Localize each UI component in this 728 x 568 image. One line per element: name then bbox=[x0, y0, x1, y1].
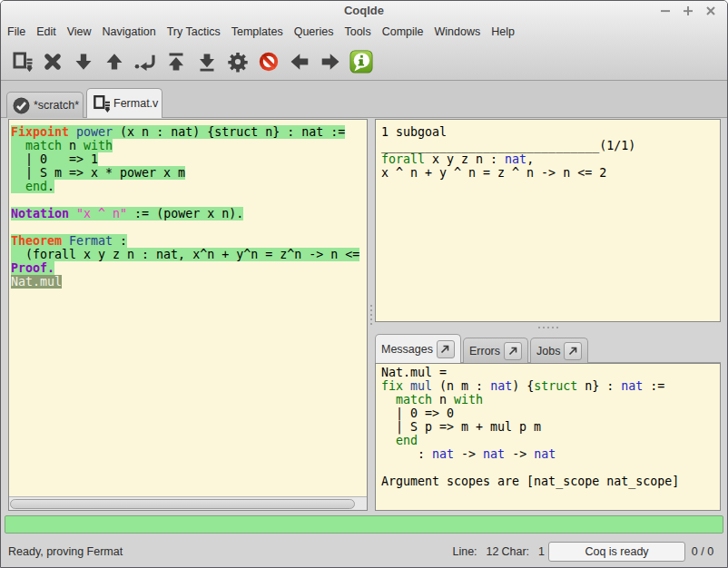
titlebar[interactable]: CoqIde bbox=[1, 1, 727, 20]
messages-pane[interactable]: Nat.mul =fix mul (n m : nat) {struct n} … bbox=[375, 363, 721, 511]
menu-compile[interactable]: Compile bbox=[377, 22, 429, 42]
tab-errors[interactable]: Errors bbox=[463, 338, 528, 363]
menu-edit[interactable]: Edit bbox=[31, 22, 62, 42]
menu-templates[interactable]: Templates bbox=[226, 22, 289, 42]
minimize-button[interactable] bbox=[658, 4, 673, 18]
menu-view[interactable]: View bbox=[62, 22, 97, 42]
code-line: : nat -> nat -> nat bbox=[381, 447, 720, 461]
code-token: match bbox=[396, 393, 432, 406]
code-token: . bbox=[47, 180, 54, 193]
check-circle-icon bbox=[13, 97, 30, 114]
tab-messages[interactable]: Messages bbox=[375, 334, 461, 363]
code-line: Nat.mul = bbox=[381, 366, 720, 379]
progress-bar bbox=[5, 515, 723, 534]
code-token: nat bbox=[490, 379, 512, 393]
code-token bbox=[62, 234, 69, 248]
code-token: with bbox=[84, 139, 113, 152]
code-token bbox=[381, 393, 396, 406]
code-token: | S m => x * power x m bbox=[11, 166, 185, 180]
coq-state-indicator: Coq is ready bbox=[548, 542, 685, 562]
code-line: Notation "x ^ n" := (power x n). bbox=[11, 207, 367, 220]
code-line bbox=[381, 461, 720, 475]
detach-button[interactable] bbox=[564, 342, 582, 360]
tab-label: Fermat.v bbox=[113, 97, 158, 110]
step-forward-icon bbox=[73, 51, 94, 73]
menu-help[interactable]: Help bbox=[486, 22, 520, 42]
code-token: end bbox=[25, 180, 47, 193]
save-icon bbox=[11, 51, 33, 73]
grip-dot bbox=[552, 327, 554, 328]
about-button[interactable] bbox=[346, 46, 377, 77]
about-icon bbox=[349, 50, 373, 73]
restart-button[interactable] bbox=[161, 46, 192, 77]
code-line bbox=[11, 220, 367, 234]
next-button[interactable] bbox=[315, 46, 346, 77]
grip-dot bbox=[556, 327, 558, 328]
code-token: n} : bbox=[577, 379, 621, 393]
previous-button[interactable] bbox=[284, 46, 315, 77]
step-backward-button[interactable] bbox=[99, 46, 130, 77]
code-token bbox=[69, 207, 76, 220]
toolbar bbox=[1, 44, 727, 80]
code-token: (forall x y z n : nat, x^n + y^n = z^n -… bbox=[11, 248, 359, 261]
interrupt-button[interactable] bbox=[253, 46, 284, 77]
menu-tools[interactable]: Tools bbox=[339, 22, 376, 42]
code-token: Argument scopes are [nat_scope nat_scope… bbox=[381, 475, 679, 488]
grip-dot bbox=[370, 318, 372, 320]
code-token: match bbox=[25, 139, 62, 152]
code-token: with bbox=[454, 393, 483, 406]
gear-icon bbox=[227, 51, 249, 73]
code-token: Notation bbox=[11, 207, 69, 220]
grip-dot bbox=[370, 323, 372, 325]
maximize-button[interactable] bbox=[681, 4, 695, 18]
code-line: | S p => m + mul p m bbox=[381, 420, 720, 434]
code-token: , bbox=[526, 152, 534, 166]
horizontal-scrollbar[interactable] bbox=[9, 496, 367, 510]
close-button[interactable] bbox=[703, 4, 718, 18]
code-token: : bbox=[381, 447, 432, 461]
code-token: fix bbox=[381, 379, 403, 393]
code-token: (n m : bbox=[432, 379, 490, 393]
detach-button[interactable] bbox=[437, 340, 455, 358]
code-line: end. bbox=[11, 180, 367, 193]
menu-windows[interactable]: Windows bbox=[429, 22, 487, 42]
gear-button[interactable] bbox=[222, 46, 253, 77]
step-forward-button[interactable] bbox=[68, 46, 99, 77]
subgoal-separator: ______________________________(1/1) bbox=[381, 139, 720, 152]
go-to-end-button[interactable] bbox=[192, 46, 222, 77]
horizontal-splitter[interactable] bbox=[375, 322, 721, 333]
script-editor[interactable]: Fixpoint power (x n : nat) {struct n} : … bbox=[9, 120, 367, 496]
tab-jobs[interactable]: Jobs bbox=[530, 338, 588, 363]
detach-icon bbox=[508, 346, 518, 356]
detach-icon bbox=[568, 346, 578, 356]
menu-try-tactics[interactable]: Try Tactics bbox=[162, 22, 226, 42]
code-token: Proof. bbox=[11, 261, 54, 275]
code-line: match n with bbox=[11, 139, 367, 152]
window-title: CoqIde bbox=[344, 4, 384, 17]
save-button[interactable] bbox=[6, 46, 37, 77]
scrollbar-thumb[interactable] bbox=[10, 499, 355, 509]
detach-button[interactable] bbox=[504, 342, 522, 360]
menu-queries[interactable]: Queries bbox=[289, 22, 339, 42]
menu-file[interactable]: File bbox=[2, 22, 31, 42]
tab-scratch[interactable]: *scratch* bbox=[6, 92, 84, 118]
line-value: 12 bbox=[487, 545, 499, 558]
window-controls bbox=[658, 1, 718, 20]
grip-dot bbox=[370, 309, 372, 311]
code-token: := (power x n). bbox=[127, 207, 243, 220]
grip-dot bbox=[543, 327, 545, 328]
grip-dot bbox=[370, 314, 372, 316]
close-x-button[interactable] bbox=[37, 46, 68, 77]
tab-strip: *scratch*Fermat.v bbox=[1, 81, 727, 118]
message-notebook: MessagesErrorsJobs Nat.mul =fix mul (n m… bbox=[375, 333, 721, 511]
status-position: Line:12Char:1 Coq is ready 0 / 0 bbox=[452, 542, 720, 562]
vertical-splitter[interactable] bbox=[368, 119, 375, 511]
goal-pane[interactable]: 1 subgoal______________________________(… bbox=[375, 119, 721, 322]
code-line: Theorem Fermat : bbox=[11, 234, 367, 248]
code-line: | 0 => 0 bbox=[381, 406, 720, 420]
go-to-cursor-button[interactable] bbox=[130, 46, 161, 77]
tab-fermatv[interactable]: Fermat.v bbox=[86, 88, 162, 118]
coqide-window: CoqIde FileEditViewNavigationTry Tactics… bbox=[0, 0, 728, 568]
menu-navigation[interactable]: Navigation bbox=[97, 22, 162, 42]
char-value: 1 bbox=[538, 545, 545, 558]
